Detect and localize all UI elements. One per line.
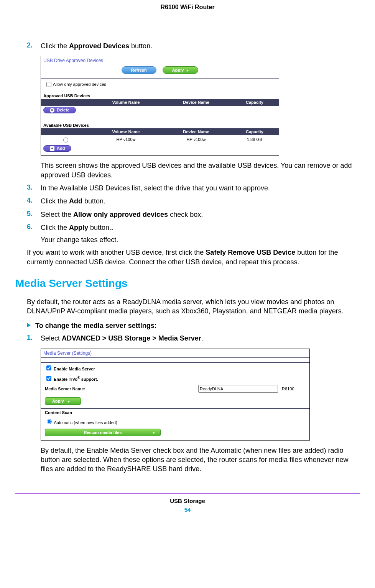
col-volume: Volume Name: [90, 128, 162, 135]
step-text: .: [201, 334, 203, 342]
enable-tivo-checkbox[interactable]: [46, 376, 51, 381]
panel-title: Media Server (Settings): [41, 349, 309, 357]
step-text: Select the: [41, 211, 73, 218]
step-number: 2.: [27, 41, 33, 49]
step-number: 1.: [27, 334, 33, 342]
allow-only-checkbox[interactable]: [46, 82, 51, 87]
plus-icon: +: [50, 146, 54, 151]
close-icon: ×: [50, 108, 54, 113]
step-text: Select: [41, 334, 62, 342]
refresh-button[interactable]: Refresh: [122, 66, 156, 74]
step-bold: Apply: [69, 224, 88, 231]
paragraph: By default, the router acts as a ReadyDL…: [27, 297, 360, 316]
step-text: Click the: [41, 224, 69, 231]
enable-media-checkbox-label[interactable]: Enable Media Server: [45, 367, 95, 371]
available-table: Volume Name Device Name Capacity HP v100…: [41, 128, 279, 153]
select-device-radio[interactable]: [63, 138, 68, 142]
cell-capacity: 1.86 GB: [230, 135, 279, 144]
step-text: Click the: [41, 42, 69, 50]
step-number: 5.: [27, 210, 33, 218]
approved-table: Volume Name Device Name Capacity ×Delete: [41, 99, 279, 115]
col-device: Device Name: [162, 128, 230, 135]
approved-section-label: Approved USB Devices: [41, 90, 279, 99]
add-button[interactable]: +Add: [43, 145, 71, 152]
triangle-icon: [27, 323, 31, 328]
page-number: 54: [15, 506, 360, 513]
apply-button[interactable]: Apply▸: [45, 397, 81, 405]
page-header: R6100 WiFi Router: [15, 4, 360, 11]
paragraph: This screen shows the approved USB devic…: [41, 161, 360, 180]
step-number: 6.: [27, 223, 33, 231]
media-server-name-input[interactable]: [198, 385, 278, 393]
step-4: 4. Click the Add button.: [27, 197, 360, 206]
footer-label: USB Storage: [15, 498, 360, 504]
col-capacity: Capacity: [230, 99, 279, 106]
cell-device: HP v100w: [162, 135, 230, 144]
step-1b: 1. Select ADVANCED > USB Storage > Media…: [27, 334, 360, 343]
enable-tivo-checkbox-label[interactable]: Enable TiVo® support.: [45, 377, 98, 382]
screenshot-media-server: Media Server (Settings) Enable Media Ser…: [41, 349, 310, 441]
step-text: check box.: [168, 211, 203, 218]
step-bold: ADVANCED > USB Storage > Media Server: [62, 334, 201, 342]
step-text: Click the: [41, 197, 69, 205]
arrow-right-icon: ▸: [68, 400, 70, 403]
col-device: Device Name: [162, 99, 230, 106]
arrow-right-icon: ▸: [153, 431, 155, 434]
step-text: button.: [88, 224, 111, 231]
cell-volume: HP v100w: [90, 135, 162, 144]
step-number: 4.: [27, 197, 33, 205]
step-bold: Allow only approved devices: [73, 211, 168, 218]
step-text: In the Available USB Devices list, selec…: [41, 184, 270, 192]
automatic-radio-label[interactable]: Automatic (when new files added): [45, 420, 117, 425]
step-6: 6. Click the Apply button.. Your change …: [27, 223, 360, 244]
paragraph: By default, the Enable Media Server chec…: [41, 446, 360, 474]
apply-button[interactable]: Apply▸: [163, 66, 199, 74]
media-server-name-label: Media Server Name:: [45, 387, 198, 391]
col-capacity: Capacity: [230, 128, 279, 135]
step-sub: Your change takes effect.: [41, 236, 360, 244]
screenshot-approved-devices: USB Drive Approved Devices Refresh Apply…: [41, 56, 279, 156]
paragraph: If you want to work with another USB dev…: [27, 248, 360, 267]
step-bold: Add: [69, 197, 82, 205]
step-text: button.: [129, 42, 152, 50]
step-3: 3. In the Available USB Devices list, se…: [27, 183, 360, 193]
footer: USB Storage 54: [15, 493, 360, 513]
col-volume: Volume Name: [90, 99, 162, 106]
step-number: 3.: [27, 183, 33, 192]
enable-media-checkbox[interactable]: [46, 365, 51, 370]
step-2: 2. Click the Approved Devices button.: [27, 41, 360, 51]
step-bold: Approved Devices: [69, 42, 129, 50]
allow-only-checkbox-label[interactable]: Allow only approved devices: [45, 82, 106, 87]
arrow-right-icon: ▸: [187, 69, 189, 72]
step-text: button.: [82, 197, 105, 205]
section-heading: Media Server Settings: [15, 277, 360, 290]
step-5: 5. Select the Allow only approved device…: [27, 210, 360, 219]
delete-button[interactable]: ×Delete: [43, 107, 76, 113]
rescan-button[interactable]: Rescan media files▸: [45, 429, 161, 436]
name-suffix: : R6100: [280, 387, 294, 391]
automatic-radio[interactable]: [47, 419, 52, 424]
panel-title: USB Drive Approved Devices: [41, 56, 279, 65]
task-heading: To change the media server settings:: [27, 322, 360, 330]
available-section-label: Available USB Devices: [41, 120, 279, 128]
content-scan-label: Content Scan: [45, 410, 72, 415]
